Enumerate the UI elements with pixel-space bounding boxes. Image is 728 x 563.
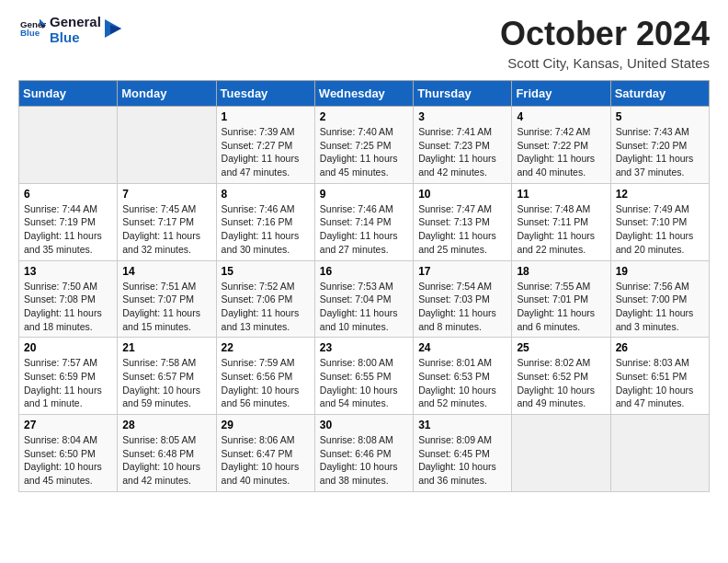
day-info: Sunrise: 8:09 AM Sunset: 6:45 PM Dayligh… <box>418 433 506 488</box>
calendar-cell: 24Sunrise: 8:01 AM Sunset: 6:53 PM Dayli… <box>414 338 512 415</box>
day-info: Sunrise: 8:06 AM Sunset: 6:47 PM Dayligh… <box>222 433 310 488</box>
week-row-5: 27Sunrise: 8:04 AM Sunset: 6:50 PM Dayli… <box>19 415 710 492</box>
calendar-cell: 7Sunrise: 7:45 AM Sunset: 7:17 PM Daylig… <box>118 183 216 260</box>
day-info: Sunrise: 7:46 AM Sunset: 7:16 PM Dayligh… <box>222 202 310 257</box>
day-number: 16 <box>320 265 408 278</box>
day-number: 19 <box>616 265 704 278</box>
day-number: 12 <box>616 188 704 201</box>
calendar-cell: 12Sunrise: 7:49 AM Sunset: 7:10 PM Dayli… <box>610 183 709 260</box>
calendar-cell: 21Sunrise: 7:58 AM Sunset: 6:57 PM Dayli… <box>118 338 216 415</box>
calendar-cell: 28Sunrise: 8:05 AM Sunset: 6:48 PM Dayli… <box>118 415 216 492</box>
week-row-2: 6Sunrise: 7:44 AM Sunset: 7:19 PM Daylig… <box>19 183 710 260</box>
day-number: 5 <box>616 110 704 123</box>
calendar-cell: 22Sunrise: 7:59 AM Sunset: 6:56 PM Dayli… <box>216 338 314 415</box>
day-number: 3 <box>418 110 506 123</box>
day-info: Sunrise: 7:56 AM Sunset: 7:00 PM Dayligh… <box>616 280 704 334</box>
calendar-cell: 10Sunrise: 7:47 AM Sunset: 7:13 PM Dayli… <box>414 183 512 260</box>
day-info: Sunrise: 7:54 AM Sunset: 7:03 PM Dayligh… <box>418 280 506 334</box>
day-number: 23 <box>320 341 408 354</box>
calendar-cell: 13Sunrise: 7:50 AM Sunset: 7:08 PM Dayli… <box>19 260 118 338</box>
calendar-cell: 5Sunrise: 7:43 AM Sunset: 7:20 PM Daylig… <box>610 107 709 184</box>
day-info: Sunrise: 8:00 AM Sunset: 6:55 PM Dayligh… <box>320 356 408 410</box>
calendar-header-row: SundayMondayTuesdayWednesdayThursdayFrid… <box>19 81 710 107</box>
day-info: Sunrise: 7:39 AM Sunset: 7:27 PM Dayligh… <box>222 125 310 179</box>
day-number: 9 <box>320 188 408 201</box>
calendar-cell: 27Sunrise: 8:04 AM Sunset: 6:50 PM Dayli… <box>19 415 118 492</box>
day-info: Sunrise: 7:48 AM Sunset: 7:11 PM Dayligh… <box>517 202 605 257</box>
day-number: 11 <box>517 188 605 201</box>
day-info: Sunrise: 7:50 AM Sunset: 7:08 PM Dayligh… <box>24 280 112 334</box>
logo: General Blue General Blue <box>18 15 123 45</box>
col-header-sunday: Sunday <box>19 81 118 107</box>
calendar-cell: 16Sunrise: 7:53 AM Sunset: 7:04 PM Dayli… <box>314 260 413 338</box>
day-number: 18 <box>517 265 605 278</box>
calendar-cell: 29Sunrise: 8:06 AM Sunset: 6:47 PM Dayli… <box>216 415 314 492</box>
calendar-cell: 18Sunrise: 7:55 AM Sunset: 7:01 PM Dayli… <box>512 260 610 338</box>
day-number: 6 <box>24 188 112 201</box>
day-number: 13 <box>24 265 112 278</box>
day-info: Sunrise: 7:59 AM Sunset: 6:56 PM Dayligh… <box>222 356 310 410</box>
col-header-wednesday: Wednesday <box>314 81 413 107</box>
day-info: Sunrise: 8:05 AM Sunset: 6:48 PM Dayligh… <box>122 433 210 488</box>
day-number: 2 <box>320 110 408 123</box>
day-number: 25 <box>517 341 605 354</box>
title-block: October 2024 Scott City, Kansas, United … <box>500 15 710 71</box>
day-number: 26 <box>616 341 704 354</box>
week-row-1: 1Sunrise: 7:39 AM Sunset: 7:27 PM Daylig… <box>19 107 710 184</box>
calendar-cell: 6Sunrise: 7:44 AM Sunset: 7:19 PM Daylig… <box>19 183 118 260</box>
logo-triangle-icon <box>103 16 123 41</box>
day-info: Sunrise: 7:47 AM Sunset: 7:13 PM Dayligh… <box>418 202 506 257</box>
calendar-cell: 30Sunrise: 8:08 AM Sunset: 6:46 PM Dayli… <box>314 415 413 492</box>
day-info: Sunrise: 7:49 AM Sunset: 7:10 PM Dayligh… <box>616 202 704 257</box>
day-info: Sunrise: 8:04 AM Sunset: 6:50 PM Dayligh… <box>24 433 112 488</box>
day-number: 22 <box>222 341 310 354</box>
day-info: Sunrise: 7:42 AM Sunset: 7:22 PM Dayligh… <box>517 125 605 179</box>
day-info: Sunrise: 7:55 AM Sunset: 7:01 PM Dayligh… <box>517 280 605 334</box>
logo-blue: Blue <box>50 30 101 46</box>
day-info: Sunrise: 8:01 AM Sunset: 6:53 PM Dayligh… <box>418 356 506 410</box>
day-info: Sunrise: 8:03 AM Sunset: 6:51 PM Dayligh… <box>616 356 704 410</box>
day-number: 14 <box>122 265 210 278</box>
calendar-cell: 23Sunrise: 8:00 AM Sunset: 6:55 PM Dayli… <box>314 338 413 415</box>
day-info: Sunrise: 7:52 AM Sunset: 7:06 PM Dayligh… <box>222 280 310 334</box>
day-number: 20 <box>24 341 112 354</box>
day-info: Sunrise: 7:53 AM Sunset: 7:04 PM Dayligh… <box>320 280 408 334</box>
calendar-cell: 3Sunrise: 7:41 AM Sunset: 7:23 PM Daylig… <box>414 107 512 184</box>
day-info: Sunrise: 7:44 AM Sunset: 7:19 PM Dayligh… <box>24 202 112 257</box>
col-header-friday: Friday <box>512 81 610 107</box>
logo-general: General <box>50 15 101 30</box>
calendar-cell: 31Sunrise: 8:09 AM Sunset: 6:45 PM Dayli… <box>414 415 512 492</box>
day-info: Sunrise: 7:46 AM Sunset: 7:14 PM Dayligh… <box>320 202 408 257</box>
calendar-cell: 19Sunrise: 7:56 AM Sunset: 7:00 PM Dayli… <box>610 260 709 338</box>
calendar-cell: 17Sunrise: 7:54 AM Sunset: 7:03 PM Dayli… <box>414 260 512 338</box>
day-number: 17 <box>418 265 506 278</box>
calendar-cell: 26Sunrise: 8:03 AM Sunset: 6:51 PM Dayli… <box>610 338 709 415</box>
day-info: Sunrise: 7:43 AM Sunset: 7:20 PM Dayligh… <box>616 125 704 179</box>
day-number: 15 <box>222 265 310 278</box>
calendar-cell: 2Sunrise: 7:40 AM Sunset: 7:25 PM Daylig… <box>314 107 413 184</box>
calendar-cell: 8Sunrise: 7:46 AM Sunset: 7:16 PM Daylig… <box>216 183 314 260</box>
day-info: Sunrise: 7:40 AM Sunset: 7:25 PM Dayligh… <box>320 125 408 179</box>
location-subtitle: Scott City, Kansas, United States <box>500 55 710 71</box>
calendar-cell: 14Sunrise: 7:51 AM Sunset: 7:07 PM Dayli… <box>118 260 216 338</box>
month-title: October 2024 <box>500 15 710 53</box>
calendar-cell: 1Sunrise: 7:39 AM Sunset: 7:27 PM Daylig… <box>216 107 314 184</box>
day-info: Sunrise: 8:08 AM Sunset: 6:46 PM Dayligh… <box>320 433 408 488</box>
week-row-3: 13Sunrise: 7:50 AM Sunset: 7:08 PM Dayli… <box>19 260 710 338</box>
day-number: 31 <box>418 419 506 431</box>
logo-icon: General Blue <box>20 16 46 41</box>
day-number: 28 <box>122 419 210 431</box>
page-header: General Blue General Blue October 2024 S… <box>18 15 710 71</box>
col-header-tuesday: Tuesday <box>216 81 314 107</box>
calendar-cell: 20Sunrise: 7:57 AM Sunset: 6:59 PM Dayli… <box>19 338 118 415</box>
col-header-monday: Monday <box>118 81 216 107</box>
day-info: Sunrise: 7:58 AM Sunset: 6:57 PM Dayligh… <box>122 356 210 410</box>
col-header-thursday: Thursday <box>414 81 512 107</box>
calendar-cell <box>610 415 709 492</box>
day-number: 1 <box>222 110 310 123</box>
week-row-4: 20Sunrise: 7:57 AM Sunset: 6:59 PM Dayli… <box>19 338 710 415</box>
day-info: Sunrise: 7:57 AM Sunset: 6:59 PM Dayligh… <box>24 356 112 410</box>
day-number: 27 <box>24 419 112 431</box>
day-number: 10 <box>418 188 506 201</box>
day-number: 30 <box>320 419 408 431</box>
